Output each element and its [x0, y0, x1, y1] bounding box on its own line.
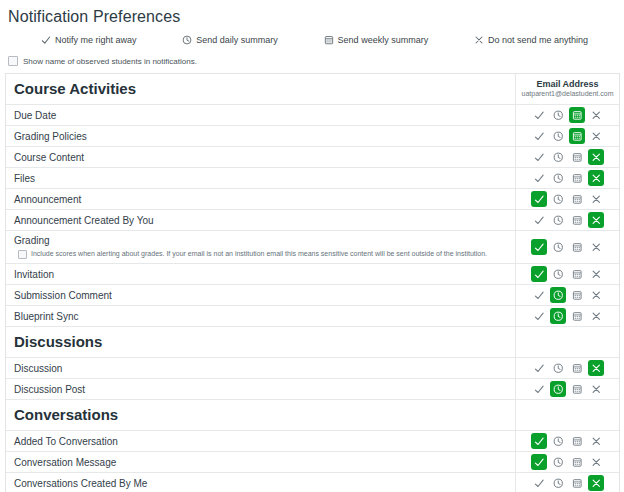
option-weekly[interactable] — [569, 287, 585, 303]
option-never[interactable] — [588, 308, 604, 324]
options-group — [531, 212, 604, 228]
option-weekly[interactable] — [569, 454, 585, 470]
option-weekly[interactable] — [569, 191, 585, 207]
option-daily[interactable] — [550, 191, 566, 207]
option-immediately-selected[interactable] — [531, 191, 547, 207]
option-immediately-selected[interactable] — [531, 433, 547, 449]
option-immediately-selected[interactable] — [531, 454, 547, 470]
section-heading-row: Discussions — [6, 327, 619, 358]
option-daily[interactable] — [550, 360, 566, 376]
notification-label-cell: Conversations Created By Me — [6, 473, 515, 492]
email-address-value: uatparent1@delastudent.com — [522, 90, 614, 99]
options-group — [531, 266, 604, 282]
options-group — [531, 128, 604, 144]
legend-label: Send daily summary — [196, 35, 278, 45]
option-never-selected[interactable] — [588, 170, 604, 186]
option-immediately[interactable] — [531, 308, 547, 324]
option-never[interactable] — [588, 107, 604, 123]
option-immediately[interactable] — [531, 149, 547, 165]
option-immediately[interactable] — [531, 128, 547, 144]
x-icon — [591, 131, 602, 142]
notification-label-cell: Discussion — [6, 358, 515, 378]
option-daily-selected[interactable] — [550, 381, 566, 397]
option-never[interactable] — [588, 287, 604, 303]
notification-label: Course Content — [14, 151, 507, 164]
legend-label: Send weekly summary — [338, 35, 429, 45]
section-heading-cell: Course Activities — [6, 74, 515, 104]
option-immediately-selected[interactable] — [531, 266, 547, 282]
notification-row: Discussion — [6, 358, 619, 379]
check-icon — [534, 131, 545, 142]
option-daily[interactable] — [550, 433, 566, 449]
notification-row: Announcement — [6, 189, 619, 210]
notification-options-cell — [515, 431, 619, 451]
option-never-selected[interactable] — [588, 360, 604, 376]
check-icon — [534, 194, 545, 205]
email-address-header: Email Address — [536, 79, 598, 90]
notification-row: Discussion Post — [6, 379, 619, 400]
option-never[interactable] — [588, 266, 604, 282]
section-heading-cell: Conversations — [6, 400, 515, 430]
option-never[interactable] — [588, 381, 604, 397]
x-icon — [591, 110, 602, 121]
option-never[interactable] — [588, 454, 604, 470]
option-immediately[interactable] — [531, 287, 547, 303]
option-weekly[interactable] — [569, 308, 585, 324]
option-daily[interactable] — [550, 128, 566, 144]
option-weekly[interactable] — [569, 475, 585, 491]
option-immediately[interactable] — [531, 107, 547, 123]
option-daily[interactable] — [550, 212, 566, 228]
option-weekly[interactable] — [569, 381, 585, 397]
option-immediately[interactable] — [531, 360, 547, 376]
option-immediately[interactable] — [531, 475, 547, 491]
notification-row: Invitation — [6, 264, 619, 285]
option-weekly[interactable] — [569, 266, 585, 282]
notification-label: Invitation — [14, 268, 507, 281]
option-daily-selected[interactable] — [550, 287, 566, 303]
x-icon — [591, 194, 602, 205]
option-daily-selected[interactable] — [550, 308, 566, 324]
option-never[interactable] — [588, 191, 604, 207]
option-immediately[interactable] — [531, 381, 547, 397]
option-daily[interactable] — [550, 107, 566, 123]
section-heading-row: Course ActivitiesEmail Addressuatparent1… — [6, 74, 619, 105]
option-never-selected[interactable] — [588, 149, 604, 165]
options-group — [531, 191, 604, 207]
notification-label: Due Date — [14, 109, 507, 122]
check-icon — [534, 269, 545, 280]
option-never-selected[interactable] — [588, 475, 604, 491]
option-never[interactable] — [588, 239, 604, 255]
option-daily[interactable] — [550, 266, 566, 282]
check-icon — [534, 173, 545, 184]
calendar-icon — [572, 152, 583, 163]
option-weekly[interactable] — [569, 170, 585, 186]
notification-options-cell — [515, 264, 619, 284]
option-weekly-selected[interactable] — [569, 128, 585, 144]
notification-row: GradingInclude scores when alerting abou… — [6, 231, 619, 264]
option-immediately[interactable] — [531, 212, 547, 228]
option-immediately-selected[interactable] — [531, 239, 547, 255]
option-weekly[interactable] — [569, 149, 585, 165]
legend-item-weekly-summary: Send weekly summary — [324, 35, 429, 45]
option-daily[interactable] — [550, 170, 566, 186]
option-never[interactable] — [588, 128, 604, 144]
option-weekly[interactable] — [569, 212, 585, 228]
notification-row: Grading Policies — [6, 126, 619, 147]
option-immediately[interactable] — [531, 170, 547, 186]
option-never-selected[interactable] — [588, 212, 604, 228]
option-daily[interactable] — [550, 149, 566, 165]
option-daily[interactable] — [550, 239, 566, 255]
notification-options-cell — [515, 379, 619, 399]
observed-students-checkbox[interactable] — [8, 56, 18, 66]
option-daily[interactable] — [550, 475, 566, 491]
option-weekly-selected[interactable] — [569, 107, 585, 123]
option-weekly[interactable] — [569, 239, 585, 255]
option-weekly[interactable] — [569, 433, 585, 449]
calendar-icon — [572, 436, 583, 447]
options-group — [531, 381, 604, 397]
option-never[interactable] — [588, 433, 604, 449]
option-daily[interactable] — [550, 454, 566, 470]
option-weekly[interactable] — [569, 360, 585, 376]
calendar-icon — [572, 131, 583, 142]
include-scores-checkbox[interactable] — [18, 250, 27, 259]
